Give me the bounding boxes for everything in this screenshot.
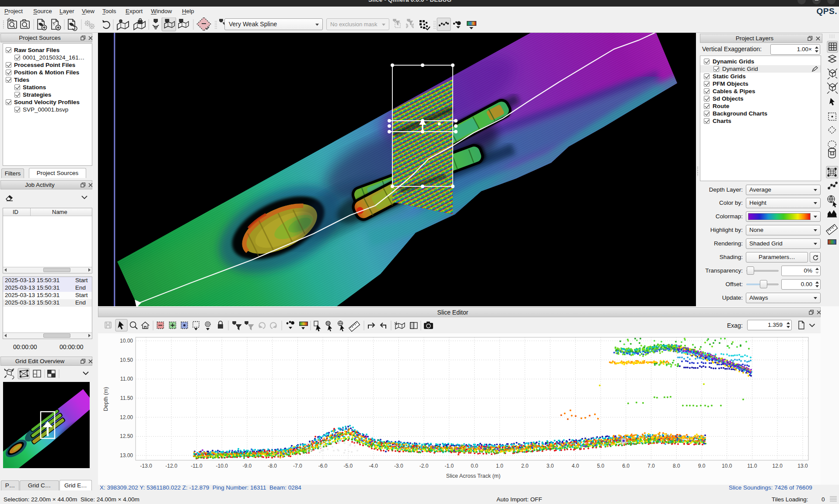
svg-text:-9.0: -9.0 — [243, 463, 252, 469]
svg-text:0.0: 0.0 — [471, 463, 478, 469]
svg-text:10.0: 10.0 — [722, 463, 732, 469]
svg-text:6.0: 6.0 — [622, 463, 630, 469]
svg-text:1.0: 1.0 — [496, 463, 503, 469]
svg-text:-13.0: -13.0 — [140, 463, 152, 469]
svg-text:9.0: 9.0 — [698, 463, 706, 469]
svg-text:12.00: 12.00 — [120, 414, 133, 420]
svg-text:13.0: 13.0 — [797, 463, 808, 469]
svg-text:Depth (m): Depth (m) — [103, 387, 109, 411]
svg-text:-7.0: -7.0 — [293, 463, 302, 469]
svg-text:-8.0: -8.0 — [268, 463, 277, 469]
svg-text:10.00: 10.00 — [120, 338, 133, 344]
svg-text:-5.0: -5.0 — [343, 463, 353, 469]
svg-text:10.50: 10.50 — [120, 357, 133, 363]
svg-text:5.0: 5.0 — [597, 463, 605, 469]
svg-text:12.0: 12.0 — [773, 463, 783, 469]
svg-text:-6.0: -6.0 — [318, 463, 328, 469]
svg-text:12.50: 12.50 — [120, 433, 133, 439]
svg-text:-1.0: -1.0 — [444, 463, 454, 469]
svg-text:4.0: 4.0 — [572, 463, 579, 469]
svg-text:-2.0: -2.0 — [420, 463, 429, 469]
svg-text:8.0: 8.0 — [673, 463, 680, 469]
svg-text:-10.0: -10.0 — [216, 463, 228, 469]
svg-text:-3.0: -3.0 — [394, 463, 403, 469]
svg-text:11.50: 11.50 — [120, 395, 133, 401]
svg-text:-11.0: -11.0 — [191, 463, 203, 469]
svg-text:2.0: 2.0 — [521, 463, 529, 469]
svg-text:-4.0: -4.0 — [369, 463, 378, 469]
svg-text:Slice Across Track (m): Slice Across Track (m) — [446, 473, 500, 479]
svg-text:11.0: 11.0 — [747, 463, 757, 469]
svg-text:3.0: 3.0 — [546, 463, 554, 469]
svg-text:-12.0: -12.0 — [165, 463, 178, 469]
svg-text:7.0: 7.0 — [647, 463, 655, 469]
svg-text:13.00: 13.00 — [120, 452, 133, 458]
svg-text:11.00: 11.00 — [120, 376, 133, 382]
